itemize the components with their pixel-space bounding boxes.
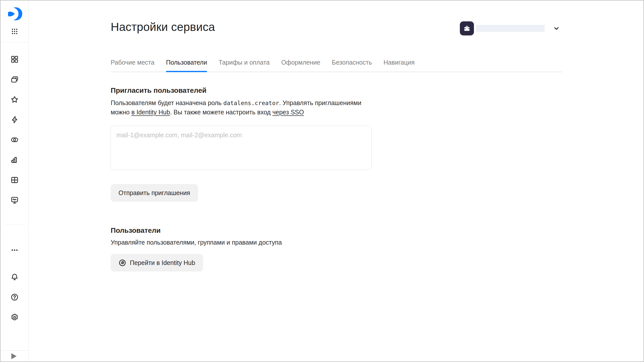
- users-section-description: Управляйте пользователями, группами и пр…: [111, 238, 387, 247]
- page-header: Настройки сервиса: [111, 1, 562, 35]
- invite-section-heading: Пригласить пользователей: [111, 86, 562, 95]
- tab-navigation[interactable]: Навигация: [384, 59, 415, 72]
- sidebar-divider: [5, 224, 24, 225]
- sidebar-footer[interactable]: [1, 350, 28, 361]
- sidebar-top: [1, 1, 28, 42]
- settings-tabs: Рабочие места Пользователи Тарифы и опла…: [111, 59, 562, 72]
- charts-icon[interactable]: [10, 156, 19, 164]
- role-code: datalens.creator: [223, 100, 279, 106]
- send-invitations-button[interactable]: Отправить приглашения: [111, 184, 198, 202]
- datalens-logo[interactable]: [7, 6, 22, 22]
- invite-section-description: Пользователям будет назначена роль datal…: [111, 98, 387, 117]
- collections-icon[interactable]: [10, 75, 19, 84]
- workspace-switcher[interactable]: [460, 21, 562, 35]
- sso-link[interactable]: через SSO: [272, 109, 304, 116]
- apps-grid-icon[interactable]: [10, 27, 19, 36]
- sidebar-nav: [5, 55, 24, 254]
- page-title: Настройки сервиса: [111, 20, 215, 34]
- identity-hub-icon: [118, 259, 126, 267]
- sidebar-bottom: [10, 273, 19, 322]
- users-section: Пользователи Управляйте пользователями, …: [111, 226, 562, 272]
- workspace-name-loading-skeleton: [476, 25, 545, 32]
- sidebar: [1, 1, 29, 361]
- notifications-bell-icon[interactable]: [10, 273, 19, 281]
- invite-users-section: Пригласить пользователей Пользователям б…: [111, 86, 562, 202]
- main-area: Настройки сервиса Рабочие м: [29, 1, 643, 361]
- expand-sidebar-arrow-icon: [11, 353, 17, 359]
- go-to-identity-hub-button[interactable]: Перейти в Identity Hub: [111, 254, 203, 272]
- settings-gear-icon[interactable]: [10, 313, 19, 322]
- invite-emails-input[interactable]: [111, 126, 372, 170]
- tab-security[interactable]: Безопасность: [332, 59, 372, 72]
- users-section-heading: Пользователи: [111, 226, 562, 235]
- workspace-tile: [460, 21, 474, 35]
- tab-workspaces[interactable]: Рабочие места: [111, 59, 154, 72]
- favorites-star-icon[interactable]: [10, 95, 19, 104]
- identity-hub-link[interactable]: в Identity Hub: [131, 109, 170, 116]
- tab-appearance[interactable]: Оформление: [281, 59, 320, 72]
- sidebar-divider: [1, 42, 28, 42]
- dashboards-monitor-icon[interactable]: [10, 196, 19, 204]
- tab-users[interactable]: Пользователи: [166, 59, 207, 72]
- chevron-down-icon[interactable]: [553, 25, 560, 32]
- tab-billing[interactable]: Тарифы и оплата: [219, 59, 270, 72]
- connections-icon[interactable]: [10, 135, 19, 144]
- workbooks-grid-icon[interactable]: [10, 55, 19, 64]
- briefcase-icon: [463, 24, 471, 32]
- more-ellipsis-icon[interactable]: [10, 246, 19, 254]
- go-to-identity-hub-label: Перейти в Identity Hub: [130, 259, 195, 266]
- datasets-table-icon[interactable]: [10, 176, 19, 184]
- editor-lightning-icon[interactable]: [10, 115, 19, 124]
- help-question-icon[interactable]: [10, 293, 19, 301]
